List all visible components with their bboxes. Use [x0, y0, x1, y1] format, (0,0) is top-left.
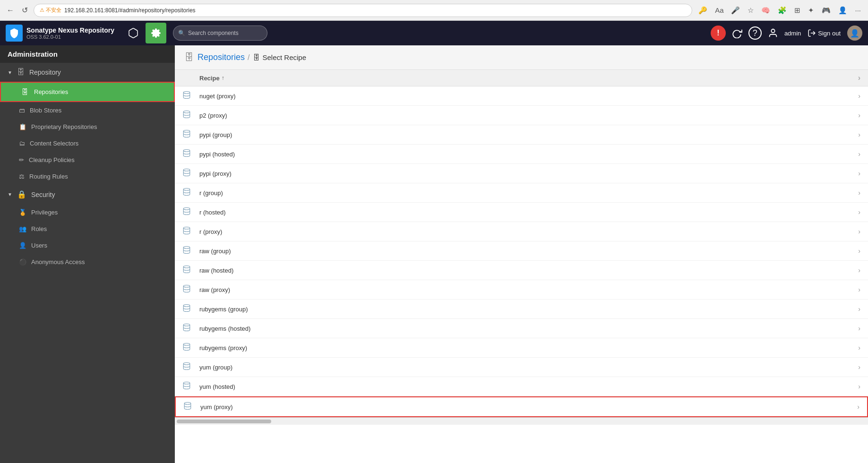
expand-col-icon: ›: [858, 74, 860, 82]
row-label: rubygems (proxy): [199, 344, 849, 352]
row-chevron: ›: [849, 247, 860, 255]
cleanup-label: Cleanup Policies: [29, 156, 75, 163]
row-db-icon: [182, 207, 199, 217]
sidebar-item-routing-rules[interactable]: ⚖ Routing Rules: [0, 168, 175, 185]
row-chevron: ›: [849, 325, 860, 332]
security-category[interactable]: ▼ 🔒 Security: [0, 185, 175, 204]
browser-more-btn[interactable]: ···: [852, 5, 863, 16]
row-db-icon: [182, 246, 199, 256]
sidebar-item-repositories[interactable]: 🗄 Repositories: [0, 82, 175, 102]
help-icon[interactable]: ?: [748, 26, 762, 40]
sign-out-label: Sign out: [818, 30, 841, 37]
roles-label: Roles: [31, 225, 47, 232]
sort-arrow: ↑: [222, 75, 224, 81]
sidebar-item-roles[interactable]: 👥 Roles: [0, 221, 175, 237]
scrollbar-thumb[interactable]: [177, 420, 271, 423]
browser-refresh-btn[interactable]: ↺: [20, 4, 30, 17]
browser-text-btn[interactable]: Aa: [713, 5, 726, 16]
row-chevron: ›: [849, 131, 860, 138]
table-row[interactable]: raw (group) ›: [175, 241, 868, 261]
privileges-icon: 🏅: [19, 209, 26, 216]
url-text: 192.168.20.161:8081/#admin/repository/re…: [64, 7, 196, 14]
svg-point-7: [183, 169, 190, 171]
search-bar[interactable]: 🔍 Search components: [173, 26, 267, 41]
browser-avatar-btn[interactable]: 👤: [836, 5, 850, 16]
table-row[interactable]: r (hosted) ›: [175, 203, 868, 222]
table-row[interactable]: raw (hosted) ›: [175, 261, 868, 280]
row-label: rubygems (group): [199, 306, 849, 313]
browser-fav-btn[interactable]: ✦: [806, 5, 816, 16]
recipe-col-header[interactable]: Recipe ↑: [199, 75, 849, 82]
repository-category[interactable]: ▼ 🗄 Repository: [0, 63, 175, 82]
nav-gear-icon[interactable]: [146, 23, 166, 43]
row-db-icon: [182, 323, 199, 334]
refresh-icon[interactable]: [729, 25, 746, 42]
sidebar-item-blob-stores[interactable]: 🗃 Blob Stores: [0, 102, 175, 119]
browser-star-btn[interactable]: ☆: [745, 5, 756, 16]
sidebar-item-anonymous-access[interactable]: ⚫ Anonymous Access: [0, 254, 175, 270]
row-chevron: ›: [849, 344, 860, 352]
table-row[interactable]: raw (proxy) ›: [175, 280, 868, 300]
app-subtitle: OSS 3.62.0-01: [26, 34, 114, 40]
table-row[interactable]: pypi (proxy) ›: [175, 164, 868, 183]
users-label: Users: [31, 242, 47, 249]
sidebar-item-content-selectors[interactable]: 🗂 Content Selectors: [0, 135, 175, 152]
user-avatar: 👤: [847, 26, 862, 41]
browser-back-btn[interactable]: ←: [5, 4, 16, 17]
search-placeholder: Search components: [188, 30, 239, 36]
row-chevron: ›: [849, 208, 860, 216]
row-chevron: ›: [849, 363, 860, 371]
svg-point-5: [183, 130, 190, 133]
browser-ext1-btn[interactable]: 🧠: [759, 5, 773, 16]
table-row[interactable]: nuget (proxy) ›: [175, 86, 868, 106]
row-label: pypi (group): [199, 131, 849, 138]
sidebar-item-cleanup-policies[interactable]: ✏ Cleanup Policies: [0, 152, 175, 168]
row-chevron: ›: [849, 266, 860, 274]
security-category-icon: 🔒: [17, 190, 26, 199]
app-logo: Sonatype Nexus Repository OSS 3.62.0-01: [6, 25, 114, 42]
table-row[interactable]: rubygems (proxy) ›: [175, 338, 868, 358]
user-section[interactable]: admin: [765, 25, 801, 42]
table-row[interactable]: yum (proxy) ›: [175, 396, 868, 417]
browser-speech-btn[interactable]: 🎤: [729, 5, 742, 16]
svg-point-4: [183, 111, 190, 113]
browser-ext3-btn[interactable]: 🎮: [819, 5, 833, 16]
row-db-icon: [183, 402, 200, 412]
recipe-label: Recipe: [199, 75, 220, 82]
table-row[interactable]: yum (hosted) ›: [175, 377, 868, 396]
repositories-label: Repositories: [34, 88, 68, 95]
row-label: pypi (proxy): [199, 170, 849, 177]
table-header: Recipe ↑ ›: [175, 70, 868, 86]
nav-cube-icon[interactable]: [123, 23, 144, 43]
svg-point-8: [183, 189, 190, 191]
table-row[interactable]: pypi (hosted) ›: [175, 145, 868, 164]
row-chevron: ›: [849, 111, 860, 119]
row-label: raw (proxy): [199, 286, 849, 293]
sidebar-item-users[interactable]: 👤 Users: [0, 237, 175, 254]
browser-ext2-btn[interactable]: 🧩: [775, 5, 789, 16]
routing-icon: ⚖: [19, 173, 25, 180]
table-row[interactable]: rubygems (group) ›: [175, 300, 868, 319]
address-bar[interactable]: ⚠ 不安全 192.168.20.161:8081/#admin/reposit…: [34, 4, 692, 17]
table-row[interactable]: r (proxy) ›: [175, 222, 868, 241]
table-row[interactable]: r (group) ›: [175, 183, 868, 203]
sidebar-item-privileges[interactable]: 🏅 Privileges: [0, 204, 175, 221]
alert-icon[interactable]: !: [711, 26, 726, 41]
browser-key-btn[interactable]: 🔑: [696, 5, 710, 16]
row-label: r (hosted): [199, 209, 849, 216]
browser-layout-btn[interactable]: ⊞: [792, 5, 803, 16]
sign-out-button[interactable]: Sign out: [804, 27, 844, 39]
bottom-scrollbar[interactable]: [175, 417, 868, 425]
user-name: admin: [784, 30, 801, 37]
row-chevron: ›: [849, 150, 860, 158]
table-row[interactable]: pypi (group) ›: [175, 125, 868, 145]
breadcrumb-link[interactable]: Repositories: [198, 52, 245, 62]
browser-bar: ← ↺ ⚠ 不安全 192.168.20.161:8081/#admin/rep…: [0, 0, 868, 21]
header-nav-icons: [123, 23, 166, 43]
search-icon: 🔍: [178, 30, 185, 36]
table-row[interactable]: rubygems (hosted) ›: [175, 319, 868, 338]
table-row[interactable]: p2 (proxy) ›: [175, 106, 868, 125]
sidebar-item-proprietary-repos[interactable]: 📋 Proprietary Repositories: [0, 119, 175, 135]
blob-stores-icon: 🗃: [19, 107, 25, 114]
table-row[interactable]: yum (group) ›: [175, 358, 868, 377]
